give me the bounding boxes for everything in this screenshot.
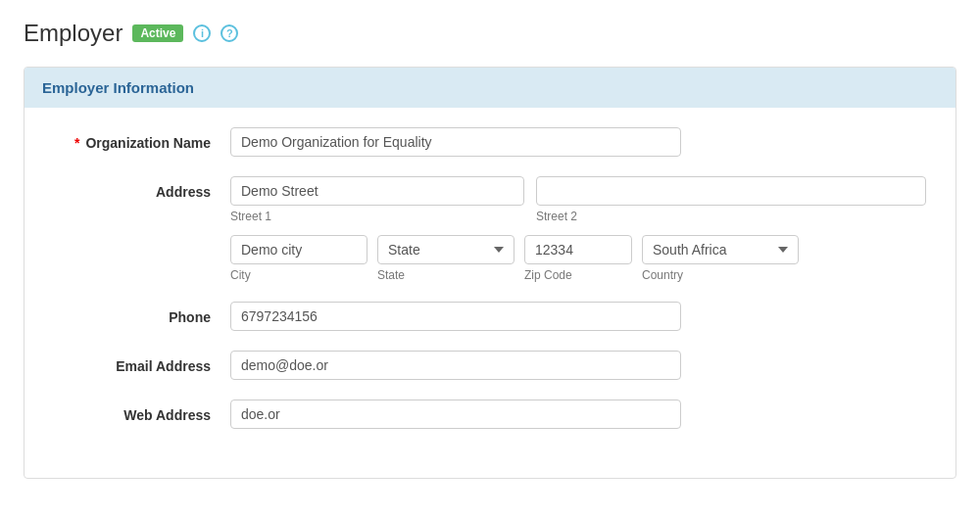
- org-name-label-col: * Organization Name: [54, 127, 230, 151]
- zip-input[interactable]: [524, 235, 632, 264]
- required-star: *: [74, 135, 79, 151]
- country-select[interactable]: South Africa: [642, 235, 799, 264]
- phone-label-col: Phone: [54, 302, 230, 325]
- employer-info-card: Employer Information * Organization Name…: [24, 67, 956, 479]
- web-input[interactable]: [230, 400, 681, 429]
- phone-input[interactable]: [230, 302, 681, 331]
- zip-sublabel: Zip Code: [524, 268, 632, 282]
- city-sublabel: City: [230, 268, 368, 282]
- web-label: Web Address: [123, 407, 211, 423]
- card-header: Employer Information: [24, 68, 956, 108]
- page-title: Employer: [24, 20, 122, 47]
- email-label: Email Address: [116, 358, 211, 374]
- web-row: Web Address: [54, 400, 926, 429]
- street2-input[interactable]: [536, 176, 926, 206]
- help-icon[interactable]: ?: [220, 24, 238, 42]
- info-icon[interactable]: i: [193, 24, 211, 42]
- street1-sublabel: Street 1: [230, 210, 524, 223]
- phone-row: Phone: [54, 302, 926, 331]
- page-header: Employer Active i ?: [24, 20, 956, 47]
- email-control: [230, 351, 926, 380]
- phone-label: Phone: [169, 309, 211, 325]
- street1-input[interactable]: [230, 176, 524, 206]
- org-name-label: Organization Name: [85, 135, 211, 151]
- address-control: Street 1 Street 2 State South Africa Cit…: [230, 176, 926, 282]
- email-row: Email Address: [54, 351, 926, 380]
- address-row: Address Street 1 Street 2 State: [54, 176, 926, 282]
- email-input[interactable]: [230, 351, 681, 380]
- city-state-row: State South Africa: [230, 235, 926, 264]
- street2-sublabel: Street 2: [536, 210, 926, 223]
- street-row: [230, 176, 926, 206]
- org-name-control: [230, 127, 926, 157]
- state-select[interactable]: State: [377, 235, 514, 264]
- org-name-input[interactable]: [230, 127, 681, 157]
- web-control: [230, 400, 926, 429]
- org-name-row: * Organization Name: [54, 127, 926, 157]
- address-label: Address: [156, 184, 211, 200]
- address-label-col: Address: [54, 176, 230, 200]
- city-state-sublabel-row: City State Zip Code Country: [230, 268, 926, 282]
- web-label-col: Web Address: [54, 400, 230, 423]
- phone-control: [230, 302, 926, 331]
- card-header-label: Employer Information: [42, 79, 194, 96]
- card-body: * Organization Name Address Street 1 St: [24, 108, 956, 478]
- state-sublabel: State: [377, 268, 514, 282]
- status-badge: Active: [132, 24, 183, 42]
- email-label-col: Email Address: [54, 351, 230, 374]
- street-sublabel-row: Street 1 Street 2: [230, 210, 926, 223]
- city-input[interactable]: [230, 235, 368, 264]
- country-sublabel: Country: [642, 268, 799, 282]
